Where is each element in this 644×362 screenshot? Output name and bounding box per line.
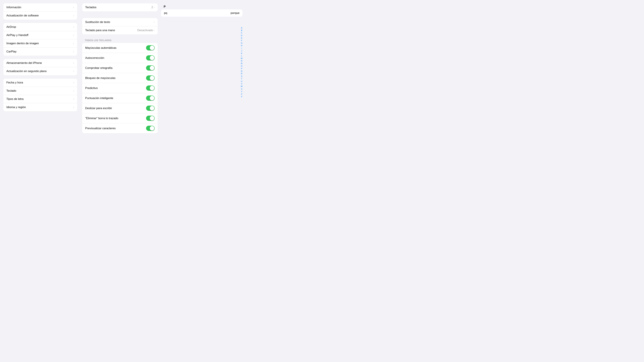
settings-item-actualizacion-software[interactable]: Actualización de software› (3, 11, 77, 19)
toggle-switch[interactable] (146, 126, 155, 131)
toggle-track (146, 126, 155, 131)
alpha-letter-i[interactable]: I (241, 47, 242, 49)
settings-item-right: › (73, 42, 74, 45)
alpha-letter-q[interactable]: Q (241, 70, 242, 72)
toggle-switch[interactable] (146, 95, 155, 101)
toggle-switch[interactable] (146, 106, 155, 111)
alpha-letter-s[interactable]: S (241, 75, 242, 77)
toggle-track (146, 85, 155, 91)
middle-item-teclados[interactable]: Teclados2› (82, 3, 158, 11)
shortcut-key: pq (164, 11, 167, 15)
toggle-switch[interactable] (146, 55, 155, 60)
alpha-letter-w[interactable]: W (241, 85, 242, 87)
teclado-options-group: Sustitución de texto›Teclado para una ma… (82, 18, 158, 34)
toggle-item-previsualizar-caracteres[interactable]: Previsualizar caracteres (82, 123, 158, 133)
alpha-letter-v[interactable]: V (241, 83, 242, 85)
alpha-letter-c[interactable]: C (241, 32, 242, 34)
toggle-switch[interactable] (146, 116, 155, 121)
chevron-right-icon: › (154, 29, 155, 32)
settings-item-label: Fecha y hora (6, 81, 23, 84)
toggle-thumb (150, 126, 154, 131)
alpha-letter-ñ[interactable]: Ñ (241, 62, 242, 65)
settings-item-label: Idioma y región (6, 106, 26, 109)
alpha-letter-x[interactable]: X (241, 88, 242, 90)
alpha-letter-o[interactable]: O (241, 65, 242, 67)
alpha-letter-l[interactable]: L (241, 55, 242, 57)
middle-item-label: Teclado para una mano (85, 29, 115, 32)
alpha-letter-u[interactable]: U (241, 80, 242, 82)
toggle-track (146, 95, 155, 101)
alpha-letter-p[interactable]: P (241, 67, 242, 70)
toggle-item-autocorreccion[interactable]: Autocorrección (82, 53, 158, 63)
alpha-letter-f[interactable]: F (241, 39, 242, 42)
toggle-item-comprobar-ortografia[interactable]: Comprobar ortografía (82, 63, 158, 73)
toggle-item-deslizar-escribir[interactable]: Deslizar para escribir (82, 103, 158, 113)
settings-item-right: › (73, 14, 74, 17)
alpha-letter-d[interactable]: D (241, 34, 242, 37)
toggle-label: Bloqueo de mayúsculas (85, 76, 116, 80)
shortcut-row[interactable]: pqporque (161, 9, 242, 17)
settings-item-label: Imagen dentro de imagen (6, 42, 39, 45)
settings-item-actualizacion-plano[interactable]: Actualización en segundo plano› (3, 67, 77, 75)
toggle-thumb (150, 86, 154, 90)
toggle-item-puntuacion-inteligente[interactable]: Puntuación inteligente (82, 93, 158, 103)
toggle-track (146, 116, 155, 121)
toggle-label: Previsualizar caracteres (85, 127, 116, 130)
chevron-right-icon: › (154, 6, 155, 9)
middle-item-sustitucion[interactable]: Sustitución de texto› (82, 18, 158, 26)
settings-item-label: Actualización en segundo plano (6, 69, 46, 73)
alpha-letter-z[interactable]: Z (241, 93, 242, 95)
settings-group-group4: Fecha y hora›Teclado›Tipos de letra›Idio… (3, 79, 77, 111)
todos-teclados-header: TODOS LOS TECLADOS (82, 38, 158, 43)
settings-item-idioma-region[interactable]: Idioma y región› (3, 103, 77, 111)
middle-panel: Teclados2›Sustitución de texto›Teclado p… (80, 0, 159, 140)
toggle-label: Comprobar ortografía (85, 66, 112, 70)
settings-item-almacenamiento[interactable]: Almacenamiento del iPhone› (3, 59, 77, 67)
toggle-switch[interactable] (146, 65, 155, 70)
settings-item-tipos-letra[interactable]: Tipos de letra› (3, 95, 77, 103)
alpha-letter-a[interactable]: A (241, 27, 242, 29)
toggle-track (146, 45, 155, 50)
toggle-item-predictivo[interactable]: Predictivo (82, 83, 158, 93)
toggle-item-mayusculas-auto[interactable]: Mayúsculas automáticas (82, 43, 158, 53)
alpha-letter-b[interactable]: B (241, 29, 242, 31)
toggle-thumb (150, 45, 154, 50)
toggle-switch[interactable] (146, 85, 155, 91)
toggle-switch[interactable] (146, 45, 155, 50)
chevron-right-icon: › (73, 42, 74, 45)
toggle-switch[interactable] (146, 75, 155, 81)
settings-item-label: Tipos de letra (6, 97, 24, 101)
settings-item-airplay-handoff[interactable]: AirPlay y Handoff› (3, 31, 77, 39)
settings-item-airdrop[interactable]: AirDrop› (3, 23, 77, 31)
settings-item-fecha-hora[interactable]: Fecha y hora› (3, 79, 77, 87)
chevron-right-icon: › (154, 20, 155, 24)
toggle-thumb (150, 76, 154, 80)
alpha-letter-j[interactable]: J (241, 50, 242, 52)
middle-item-right: 2› (152, 6, 155, 9)
toggle-thumb (150, 106, 154, 110)
middle-item-teclado-mano[interactable]: Teclado para una manoDesactivado› (82, 26, 158, 34)
alpha-letter-m[interactable]: M (241, 57, 242, 59)
toggle-track (146, 65, 155, 70)
middle-item-label: Teclados (85, 6, 96, 9)
settings-item-label: AirPlay y Handoff (6, 33, 28, 37)
alpha-letter-y[interactable]: Y (241, 90, 242, 93)
settings-item-imagen-imagen[interactable]: Imagen dentro de imagen› (3, 39, 77, 48)
toggle-label: "Eliminar" borra lo trazado (85, 117, 118, 120)
settings-item-informacion[interactable]: Información› (3, 3, 77, 11)
settings-item-carplay[interactable]: CarPlay› (3, 48, 77, 56)
alpha-letter-t[interactable]: T (241, 78, 242, 80)
alpha-letter-hash[interactable]: # (241, 95, 242, 98)
settings-item-right: › (73, 97, 74, 101)
alpha-letter-n[interactable]: N (241, 60, 242, 62)
alpha-letter-g[interactable]: G (241, 42, 242, 44)
alpha-letter-e[interactable]: E (241, 37, 242, 39)
toggle-item-bloqueo-mayusculas[interactable]: Bloqueo de mayúsculas (82, 73, 158, 83)
item-value: Desactivado (137, 29, 153, 32)
alpha-letter-k[interactable]: K (241, 52, 242, 54)
settings-group-group3: Almacenamiento del iPhone›Actualización … (3, 59, 77, 75)
settings-item-teclado[interactable]: Teclado› (3, 87, 77, 95)
toggle-item-eliminar-trazado[interactable]: "Eliminar" borra lo trazado (82, 113, 158, 123)
alpha-letter-h[interactable]: H (241, 44, 242, 47)
alpha-letter-r[interactable]: R (241, 72, 242, 75)
